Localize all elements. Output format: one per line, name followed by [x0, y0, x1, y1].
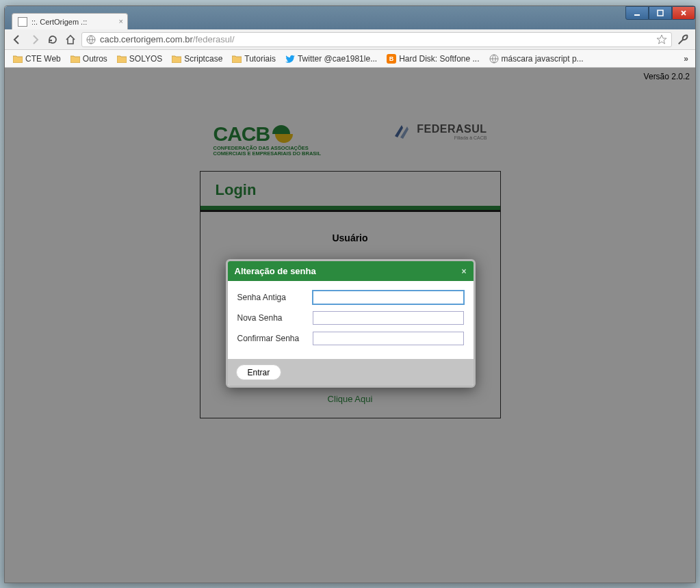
globe-icon [86, 35, 96, 44]
favicon-icon [18, 17, 27, 27]
settings-wrench-icon[interactable] [676, 33, 690, 46]
modal-title: Alteração de senha [235, 266, 316, 276]
bookmark-label: Hard Disk: Softfone ... [399, 54, 479, 64]
url-host: cacb.certorigem.com.br [100, 34, 193, 44]
nav-reload-icon[interactable] [46, 33, 60, 46]
bookmark-label: Twitter @cae1981le... [298, 54, 377, 64]
bookmark-star-icon[interactable] [656, 34, 667, 45]
change-password-modal: Alteração de senha × Senha Antiga Nova S… [226, 259, 476, 388]
nav-forward-icon [28, 33, 42, 46]
bookmark-item[interactable]: Scriptcase [168, 52, 226, 66]
new-password-label: Nova Senha [237, 313, 306, 323]
url-path: /federasul/ [193, 34, 235, 44]
old-password-label: Senha Antiga [237, 293, 306, 302]
url-text: cacb.certorigem.com.br/federasul/ [100, 34, 652, 44]
bookmark-item[interactable]: Outros [66, 52, 112, 66]
window-maximize-button[interactable] [649, 6, 672, 20]
folder-icon [117, 55, 127, 63]
page-viewport: Versão 2.0.2 CACB CONFEDERAÇÃO DAS ASSOC… [5, 68, 695, 583]
bookmark-item[interactable]: SOLYOS [113, 52, 166, 66]
bookmarks-overflow-icon[interactable]: » [681, 54, 691, 64]
browser-titlebar: ::. CertOrigem .:: × [5, 6, 695, 29]
globe-icon [489, 54, 499, 64]
nav-back-icon[interactable] [10, 33, 24, 46]
window-minimize-button[interactable] [625, 6, 649, 20]
bookmark-label: SOLYOS [129, 54, 162, 64]
browser-window: ::. CertOrigem .:: × [4, 5, 696, 583]
submit-button[interactable]: Entrar [236, 364, 282, 380]
url-input[interactable]: cacb.certorigem.com.br/federasul/ [81, 32, 672, 47]
bookmark-item[interactable]: Tutoriais [228, 52, 280, 66]
bookmarks-bar: CTE WebOutrosSOLYOSScriptcaseTutoriaisTw… [5, 50, 695, 68]
bookmark-label: CTE Web [25, 54, 61, 64]
tab-close-icon[interactable]: × [119, 17, 123, 25]
new-password-input[interactable] [313, 311, 464, 325]
svg-text:B: B [389, 55, 394, 62]
bookmark-item[interactable]: Twitter @cae1981le... [281, 52, 381, 66]
bookmark-label: Outros [83, 54, 107, 64]
svg-rect-1 [658, 10, 663, 16]
bookmark-label: máscara javascript p... [502, 54, 584, 64]
window-close-button[interactable] [672, 6, 695, 20]
old-password-input[interactable] [313, 291, 464, 304]
bookmark-item[interactable]: máscara javascript p... [485, 52, 588, 66]
browser-tab[interactable]: ::. CertOrigem .:: × [12, 13, 128, 29]
modal-close-icon[interactable]: × [461, 267, 466, 276]
twitter-icon [285, 54, 295, 64]
version-label: Versão 2.0.2 [644, 72, 690, 81]
folder-icon [172, 55, 181, 63]
bookmark-item[interactable]: BHard Disk: Softfone ... [383, 52, 483, 66]
folder-icon [13, 55, 23, 63]
confirm-password-label: Confirmar Senha [237, 334, 306, 343]
window-controls [625, 6, 695, 20]
svg-rect-0 [634, 14, 640, 16]
address-bar: cacb.certorigem.com.br/federasul/ [5, 29, 695, 50]
bookmark-label: Tutoriais [244, 54, 276, 64]
folder-icon [232, 55, 242, 63]
confirm-password-input[interactable] [313, 332, 464, 345]
folder-icon [70, 55, 80, 63]
blogger-icon: B [387, 54, 396, 64]
bookmark-item[interactable]: CTE Web [9, 52, 65, 66]
nav-home-icon[interactable] [64, 33, 77, 46]
bookmark-label: Scriptcase [184, 54, 222, 64]
tab-title: ::. CertOrigem .:: [31, 18, 87, 26]
